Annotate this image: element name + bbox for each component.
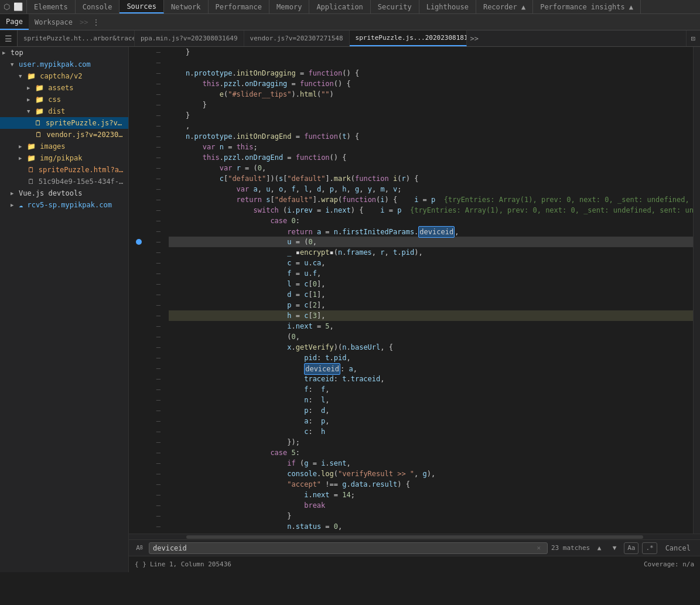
tree-arrow-img-pikpak: ▶ bbox=[19, 155, 27, 161]
file-tab-overflow[interactable]: >> bbox=[467, 35, 482, 43]
file-tab-vendor[interactable]: vendor.js?v=202307271548 bbox=[244, 30, 350, 46]
tree-item-vendor-js[interactable]: 🗒 vendor.js?v=202307271... bbox=[0, 129, 128, 141]
bottom-left-section: { } Line 1, Column 205436 bbox=[135, 560, 231, 568]
tree-arrow-images: ▶ bbox=[19, 143, 27, 149]
bottom-brackets-icon[interactable]: { } bbox=[135, 560, 146, 568]
tree-item-sprite-html[interactable]: 🗒 spritePuzzle.html?action=... bbox=[0, 164, 128, 176]
tree-item-top[interactable]: ▶ top bbox=[0, 47, 128, 59]
search-matches-count: 23 matches bbox=[551, 544, 590, 552]
tree-item-hash[interactable]: 🗒 51c9b4e9-15e5-434f-b6f6-2... bbox=[0, 176, 128, 187]
tree-arrow-dist: ▼ bbox=[27, 108, 35, 114]
search-clear-icon[interactable]: ✕ bbox=[534, 544, 544, 553]
search-regex-icon[interactable]: AB bbox=[134, 542, 145, 554]
tree-label-domain: user.mypikpak.com bbox=[19, 60, 91, 69]
search-input[interactable] bbox=[153, 544, 534, 552]
devtools-device-icon[interactable]: ⬜ bbox=[13, 2, 23, 11]
tree-label-captcha: 📁 captcha/v2 bbox=[27, 72, 82, 80]
search-cancel-button[interactable]: Cancel bbox=[661, 542, 695, 554]
tree-item-sprite-puzzle-js[interactable]: 🗒 spritePuzzle.js?v=%202... bbox=[0, 117, 128, 129]
tab-perf-insights[interactable]: Performance insights ▲ bbox=[533, 0, 641, 13]
code-area: – – – – – – – – – – – – – – – – – – – – bbox=[129, 47, 700, 534]
file-tab-sprite-puzzle-html[interactable]: spritePuzzle.ht...arbor&traceid= bbox=[18, 30, 135, 46]
tree-item-assets[interactable]: ▶ 📁 assets bbox=[0, 82, 128, 94]
line-numbers: – – – – – – – – – – – – – – – – – – – – bbox=[129, 47, 164, 534]
tab-elements[interactable]: Elements bbox=[27, 0, 76, 13]
tab-sources[interactable]: Sources bbox=[119, 0, 164, 13]
tree-item-css[interactable]: ▶ 📁 css bbox=[0, 94, 128, 105]
code-container: – – – – – – – – – – – – – – – – – – – – bbox=[129, 47, 700, 572]
tab-recorder[interactable]: Recorder ▲ bbox=[476, 0, 533, 13]
tree-item-img-pikpak[interactable]: ▶ 📁 img/pikpak bbox=[0, 152, 128, 164]
search-next-button[interactable]: ▼ bbox=[609, 542, 620, 554]
tree-item-domain[interactable]: ▼ user.mypikpak.com bbox=[0, 59, 128, 70]
search-input-wrap: ✕ bbox=[149, 542, 548, 554]
tab-bar: Elements Console Sources Network Perform… bbox=[27, 0, 700, 13]
tree-label-sprite-puzzle-js: 🗒 spritePuzzle.js?v=%202... bbox=[35, 119, 126, 127]
devtools-inspect-icon[interactable]: ⬡ bbox=[4, 2, 10, 11]
page-tab-bar: Page Workspace >> ⋮ bbox=[0, 14, 700, 30]
tree-item-vue-devtools[interactable]: ▶ Vue.js devtools bbox=[0, 187, 128, 199]
search-prev-button[interactable]: ▲ bbox=[593, 542, 605, 554]
tree-arrow-top: ▶ bbox=[2, 50, 11, 56]
tree-label-images: 📁 images bbox=[27, 142, 66, 151]
tree-label-img-pikpak: 📁 img/pikpak bbox=[27, 154, 82, 162]
coverage-text: Coverage: n/a bbox=[644, 560, 694, 568]
tab-performance[interactable]: Performance bbox=[209, 0, 269, 13]
tab-lighthouse[interactable]: Lighthouse bbox=[419, 0, 476, 13]
tab-memory[interactable]: Memory bbox=[269, 0, 309, 13]
page-tab-menu[interactable]: ⋮ bbox=[89, 18, 103, 26]
tree-arrow-captcha: ▼ bbox=[19, 73, 27, 79]
bottom-bar: { } Line 1, Column 205436 Coverage: n/a bbox=[129, 556, 700, 572]
file-tab-bar: ☰ spritePuzzle.ht...arbor&traceid= ppa.m… bbox=[0, 30, 700, 47]
tree-label-hash: 🗒 51c9b4e9-15e5-434f-b6f6-2... bbox=[28, 177, 126, 186]
search-regex-button[interactable]: .* bbox=[642, 542, 657, 554]
tree-item-cloud[interactable]: ▶ ☁ rcv5-sp.mypikpak.com bbox=[0, 199, 128, 211]
page-tab-workspace[interactable]: Workspace bbox=[29, 14, 78, 30]
file-tab-sprite-puzzle-js[interactable]: spritePuzzle.js...20202308181430 ✕ bbox=[350, 30, 467, 46]
tab-application[interactable]: Application bbox=[309, 0, 370, 13]
file-tree-sidebar: ▶ top ▼ user.mypikpak.com ▼ 📁 captcha/v2… bbox=[0, 47, 129, 572]
tree-arrow-cloud: ▶ bbox=[11, 202, 19, 208]
tree-arrow-assets: ▶ bbox=[27, 85, 35, 91]
file-tab-sidebar-btn[interactable]: ⊡ bbox=[686, 30, 700, 46]
tree-label-assets: 📁 assets bbox=[35, 84, 74, 92]
file-tab-toggle[interactable]: ☰ bbox=[0, 30, 18, 46]
tree-item-captcha[interactable]: ▼ 📁 captcha/v2 bbox=[0, 70, 128, 82]
tree-label-dist: 📁 dist bbox=[35, 107, 65, 115]
tree-label-css: 📁 css bbox=[35, 95, 61, 104]
tree-label-vendor-js: 🗒 vendor.js?v=202307271... bbox=[35, 131, 126, 139]
tab-security[interactable]: Security bbox=[371, 0, 419, 13]
tab-console[interactable]: Console bbox=[76, 0, 120, 13]
page-tab-overflow[interactable]: >> bbox=[78, 18, 89, 26]
search-bar: AB ✕ 23 matches ▲ ▼ Aa .* Cancel bbox=[129, 539, 700, 556]
cursor-position: Line 1, Column 205436 bbox=[150, 560, 231, 568]
file-tab-ppa-min[interactable]: ppa.min.js?v=202308031649 bbox=[135, 30, 244, 46]
tree-label-vue: Vue.js devtools bbox=[19, 189, 82, 197]
tree-label-top: top bbox=[11, 49, 23, 57]
tree-item-dist[interactable]: ▼ 📁 dist bbox=[0, 105, 128, 117]
code-editor[interactable]: } n.prototype.initOnDragging = function(… bbox=[164, 47, 693, 534]
tree-arrow-css: ▶ bbox=[27, 97, 35, 102]
bottom-right-section: Coverage: n/a bbox=[644, 560, 694, 568]
horizontal-scrollbar[interactable] bbox=[129, 534, 700, 539]
toolbar-icons: ⬡ ⬜ bbox=[0, 0, 27, 13]
tree-arrow-vue: ▶ bbox=[11, 190, 19, 196]
tree-item-images[interactable]: ▶ 📁 images bbox=[0, 141, 128, 152]
devtools-toolbar: ⬡ ⬜ Elements Console Sources Network Per… bbox=[0, 0, 700, 14]
tree-label-sprite-html: 🗒 spritePuzzle.html?action=... bbox=[28, 166, 126, 174]
main-container: ▶ top ▼ user.mypikpak.com ▼ 📁 captcha/v2… bbox=[0, 47, 700, 572]
tree-arrow-domain: ▼ bbox=[11, 61, 19, 67]
tree-label-cloud: ☁ rcv5-sp.mypikpak.com bbox=[19, 201, 112, 209]
tab-network[interactable]: Network bbox=[164, 0, 209, 13]
search-match-case-button[interactable]: Aa bbox=[624, 542, 638, 554]
scroll-minimap[interactable] bbox=[693, 47, 700, 534]
page-tab-page[interactable]: Page bbox=[0, 14, 29, 30]
